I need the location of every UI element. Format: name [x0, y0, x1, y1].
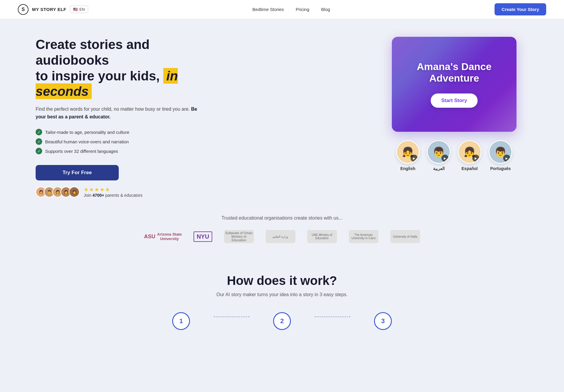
nav-blog[interactable]: Blog	[321, 7, 330, 12]
create-story-button[interactable]: Create Your Story	[495, 3, 546, 15]
lang-avatar-portuguese[interactable]: 👦 ▶ Português	[489, 140, 512, 171]
social-proof: 👩 👨 👩 👩 👩 ★★★★★ Join 4700+ parents & edu…	[36, 186, 202, 198]
logos-row: ASU Arizona StateUniversity NYU Sultanat…	[18, 229, 546, 244]
story-card-title: Amana's Dance Adventure	[401, 61, 508, 84]
lang-avatar-circle-english: 👧 ▶	[396, 140, 420, 164]
how-title: How does it work?	[18, 274, 546, 288]
proof-count-text: Join 4700+ parents & educators	[84, 193, 142, 198]
step-circle-3: 3	[374, 312, 392, 330]
language-avatars: 👧 ▶ English 👦 ▶ العربية 👧 ▶ Español	[380, 140, 528, 171]
lang-label: EN	[79, 7, 85, 12]
lang-label-arabic: العربية	[433, 166, 445, 171]
lang-label-portuguese: Português	[490, 166, 511, 171]
feature-item-3: ✓ Supports over 32 different languages	[36, 148, 202, 154]
feature-item-2: ✓ Beautiful human voice-overs and narrat…	[36, 138, 202, 145]
step-2: 2	[273, 312, 291, 330]
story-card: Amana's Dance Adventure Start Story	[392, 37, 517, 132]
lang-avatar-circle-portuguese: 👦 ▶	[489, 140, 512, 164]
step-circle-2: 2	[273, 312, 291, 330]
feature-item-1: ✓ Tailor-made to age, personality and cu…	[36, 129, 202, 135]
play-icon-english: ▶	[411, 155, 418, 162]
navbar: S MY STORY ELF 🇺🇸 EN Bedtime Stories Pri…	[0, 0, 564, 19]
step-3: 3	[374, 312, 392, 330]
hero-title: Create stories and audiobooks to inspire…	[36, 37, 202, 99]
brand-name: MY STORY ELF	[32, 7, 66, 12]
play-icon-portuguese: ▶	[503, 155, 510, 162]
logo-uae: UAE Ministry of Education	[307, 230, 337, 243]
proof-text-group: ★★★★★ Join 4700+ parents & educators	[84, 186, 142, 198]
feature-list: ✓ Tailor-made to age, personality and cu…	[36, 129, 202, 154]
lang-avatar-circle-spanish: 👧 ▶	[458, 140, 481, 164]
flag-icon: 🇺🇸	[73, 7, 78, 12]
steps-connector-1	[214, 316, 249, 317]
step-1: 1	[172, 312, 190, 330]
trusted-section: Trusted educational organisations create…	[0, 210, 564, 256]
logo-auc: The American University in Cairo	[349, 230, 378, 243]
hero-right: Amana's Dance Adventure Start Story 👧 ▶ …	[380, 37, 528, 171]
start-story-button[interactable]: Start Story	[431, 93, 478, 108]
hero-description: Find the perfect words for your child, n…	[36, 105, 202, 120]
story-card-content: Amana's Dance Adventure Start Story	[392, 37, 517, 132]
step-circle-1: 1	[172, 312, 190, 330]
check-icon-3: ✓	[36, 148, 42, 154]
play-icon-spanish: ▶	[472, 155, 479, 162]
logo-nyu: NYU	[194, 229, 212, 244]
logo-haifa: University of Haifa	[390, 230, 420, 243]
star-rating: ★★★★★	[84, 186, 142, 193]
avatar-5: 👩	[69, 187, 80, 197]
avatar-group: 👩 👨 👩 👩 👩	[36, 187, 80, 197]
steps-row: 1 2 3	[18, 312, 546, 330]
lang-avatar-spanish[interactable]: 👧 ▶ Español	[458, 140, 481, 171]
play-icon-arabic: ▶	[441, 155, 449, 162]
how-section: How does it work? Our AI story maker tur…	[0, 256, 564, 342]
hero-section: Create stories and audiobooks to inspire…	[0, 19, 564, 210]
logo-oman: Sultanate of OmanMinistry of Education	[224, 230, 254, 243]
nav-pricing[interactable]: Pricing	[296, 7, 309, 12]
logo-circle: S	[18, 4, 28, 15]
hero-left: Create stories and audiobooks to inspire…	[36, 37, 202, 198]
try-free-button[interactable]: Try For Free	[36, 165, 119, 180]
how-subtitle: Our AI story maker turns your idea into …	[18, 292, 546, 297]
lang-label-english: English	[400, 166, 416, 171]
trusted-title: Trusted educational organisations create…	[18, 215, 546, 221]
lang-avatar-circle-arabic: 👦 ▶	[427, 140, 451, 164]
check-icon-2: ✓	[36, 138, 42, 145]
lang-avatar-english[interactable]: 👧 ▶ English	[396, 140, 420, 171]
check-icon-1: ✓	[36, 129, 42, 135]
logo-asu: ASU Arizona StateUniversity	[144, 229, 182, 244]
lang-label-spanish: Español	[462, 166, 478, 171]
lang-avatar-arabic[interactable]: 👦 ▶ العربية	[427, 140, 451, 171]
logo-ministry-education: وزارة التعليم	[266, 230, 295, 243]
language-selector[interactable]: 🇺🇸 EN	[70, 6, 88, 13]
steps-connector-2	[315, 316, 350, 317]
nav-bedtime-stories[interactable]: Bedtime Stories	[252, 7, 284, 12]
navbar-left: S MY STORY ELF 🇺🇸 EN	[18, 4, 88, 15]
navbar-center: Bedtime Stories Pricing Blog	[252, 7, 330, 12]
